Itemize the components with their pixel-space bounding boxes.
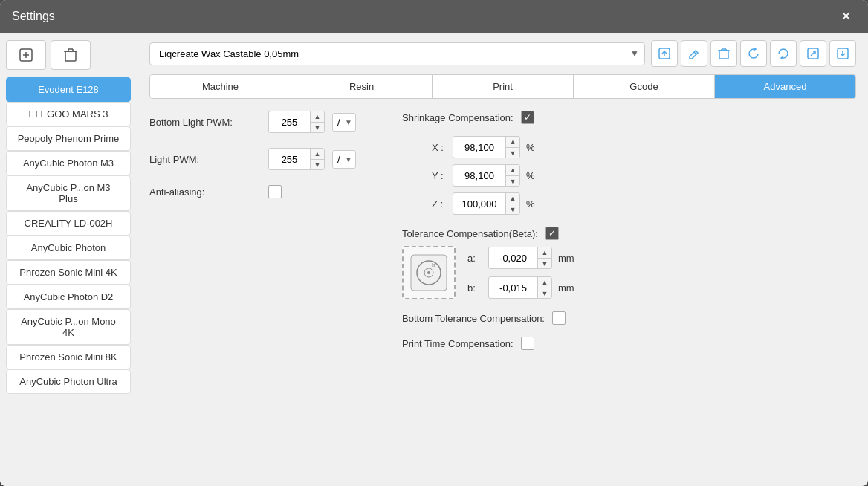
bottom-light-pwm-row: Bottom Light PWM: ▲ ▼ / [149, 111, 372, 133]
shrinkage-x-input[interactable] [453, 139, 505, 156]
tolerance-a-input-wrapper: ▲ ▼ [488, 247, 552, 269]
tolerance-b-row: b: ▲ ▼ mm [467, 276, 574, 299]
tab-advanced[interactable]: Advanced [715, 75, 855, 98]
bottom-light-pwm-label: Bottom Light PWM: [149, 117, 261, 128]
sidebar-item-8[interactable]: AnyCubic Photon D2 [6, 285, 131, 309]
bottom-tolerance-checkbox[interactable] [552, 311, 566, 325]
svg-rect-3 [65, 51, 76, 61]
edit-button[interactable] [681, 40, 707, 67]
light-pwm-up[interactable]: ▲ [311, 149, 324, 159]
shrinkage-y-unit: % [526, 170, 535, 181]
shrinkage-section-header: Shrinkage Compensation: [402, 111, 856, 124]
sidebar-item-5[interactable]: CREALITY LD-002H [6, 211, 131, 236]
refresh-button[interactable] [740, 40, 767, 67]
tolerance-b-label: b: [467, 282, 482, 294]
bottom-light-pwm-input[interactable] [269, 114, 310, 131]
sidebar-items-list: Evodent E128ELEGOO MARS 3Peopoly Phenom … [6, 77, 131, 394]
bottom-light-pwm-spinners: ▲ ▼ [310, 111, 324, 132]
settings-window: Settings ✕ [0, 0, 868, 486]
window-title: Settings [12, 10, 55, 23]
sidebar-item-9[interactable]: AnyCubic P...on Mono 4K [6, 309, 131, 345]
sidebar-item-1[interactable]: ELEGOO MARS 3 [6, 102, 131, 126]
tab-gcode[interactable]: Gcode [574, 75, 715, 98]
sidebar-item-2[interactable]: Peopoly Phenom Prime [6, 126, 131, 151]
shrinkage-x-down[interactable]: ▼ [506, 147, 519, 158]
tolerance-a-up[interactable]: ▲ [538, 247, 551, 258]
shrinkage-z-input[interactable] [453, 195, 505, 213]
settings-area: Bottom Light PWM: ▲ ▼ / [149, 111, 856, 479]
shrinkage-z-spinners: ▲ ▼ [505, 193, 519, 214]
tolerance-b-input-wrapper: ▲ ▼ [488, 276, 552, 299]
bottom-light-pwm-slash-select[interactable]: / [333, 114, 355, 131]
light-pwm-row: Light PWM: ▲ ▼ / ▼ [149, 148, 372, 170]
print-time-checkbox[interactable] [521, 337, 534, 350]
print-time-label: Print Time Compensation: [402, 338, 514, 349]
tab-print[interactable]: Print [433, 75, 574, 98]
tab-machine[interactable]: Machine [150, 75, 291, 98]
shrinkage-z-up[interactable]: ▲ [506, 193, 519, 204]
sidebar-item-6[interactable]: AnyCubic Photon [6, 236, 131, 260]
close-button[interactable]: ✕ [835, 6, 856, 27]
bottom-tolerance-row: Bottom Tolerance Compensation: [402, 311, 856, 325]
shrinkage-y-up[interactable]: ▲ [506, 165, 519, 175]
tolerance-section: Tolerance Compensation(Beta): b [402, 227, 856, 299]
light-pwm-input[interactable] [269, 151, 310, 168]
shrinkage-x-spinners: ▲ ▼ [505, 137, 519, 158]
tolerance-b-up[interactable]: ▲ [538, 277, 551, 288]
tolerance-a-unit: mm [558, 253, 574, 264]
tolerance-a-input[interactable] [489, 250, 537, 267]
light-pwm-slash-select[interactable]: / [333, 151, 355, 168]
anti-aliasing-row: Anti-aliasing: [149, 185, 372, 198]
shrinkage-x-unit: % [526, 142, 535, 153]
delete-button[interactable] [710, 40, 737, 67]
shrinkage-z-down[interactable]: ▼ [506, 204, 519, 214]
bottom-light-pwm-input-wrapper: ▲ ▼ [268, 111, 325, 133]
toolbar-icons [651, 40, 856, 67]
light-pwm-spinners: ▲ ▼ [310, 149, 324, 169]
tolerance-a-label: a: [467, 253, 482, 264]
sidebar-item-0[interactable]: Evodent E128 [6, 77, 131, 102]
tolerance-a-row: a: ▲ ▼ mm [467, 247, 574, 269]
tolerance-label: Tolerance Compensation(Beta): [402, 228, 538, 239]
sidebar: Evodent E128ELEGOO MARS 3Peopoly Phenom … [0, 33, 137, 486]
sidebar-item-3[interactable]: AnyCubic Photon M3 [6, 151, 131, 175]
svg-rect-11 [719, 51, 728, 59]
bottom-light-pwm-up[interactable]: ▲ [311, 111, 324, 122]
tab-resin[interactable]: Resin [291, 75, 433, 98]
sidebar-item-4[interactable]: AnyCubic P...on M3 Plus [6, 175, 131, 211]
tolerance-fields: a: ▲ ▼ mm [467, 247, 574, 299]
sidebar-top-buttons [6, 40, 131, 70]
sidebar-item-7[interactable]: Phrozen Sonic Mini 4K [6, 260, 131, 285]
anti-aliasing-checkbox[interactable] [268, 185, 282, 198]
add-profile-button[interactable] [6, 40, 46, 70]
export-button[interactable] [651, 40, 678, 67]
tolerance-checkbox[interactable] [545, 227, 559, 240]
import-button[interactable] [829, 40, 856, 67]
shrinkage-x-up[interactable]: ▲ [506, 137, 519, 147]
shrinkage-checkbox[interactable] [521, 111, 534, 124]
sidebar-item-10[interactable]: Phrozen Sonic Mini 8K [6, 345, 131, 369]
shrinkage-y-input[interactable] [453, 167, 505, 184]
share-button[interactable] [800, 40, 826, 67]
svg-line-10 [694, 52, 696, 54]
delete-profile-button[interactable] [51, 40, 91, 70]
bottom-light-pwm-down[interactable]: ▼ [311, 122, 324, 132]
shrinkage-rows: X : ▲ ▼ % Y : [417, 136, 856, 215]
profile-select[interactable]: Liqcreate Wax Castable 0,05mm [149, 42, 645, 65]
tolerance-image: b [402, 246, 456, 299]
tolerance-b-down[interactable]: ▼ [538, 288, 551, 298]
tolerance-b-input[interactable] [489, 279, 537, 297]
tabs: Machine Resin Print Gcode Advanced [149, 74, 856, 99]
bottom-tolerance-label: Bottom Tolerance Compensation: [402, 313, 545, 324]
light-pwm-label: Light PWM: [149, 154, 261, 165]
tolerance-b-spinners: ▲ ▼ [537, 277, 551, 298]
anti-aliasing-label: Anti-aliasing: [149, 187, 261, 198]
shrinkage-x-input-wrapper: ▲ ▼ [453, 136, 520, 158]
bottom-light-pwm-slash-wrapper: / ▼ [332, 113, 356, 132]
shrinkage-y-down[interactable]: ▼ [506, 175, 519, 186]
tolerance-a-down[interactable]: ▼ [538, 258, 551, 268]
light-pwm-down[interactable]: ▼ [311, 159, 324, 169]
tolerance-diagram-svg: b [408, 252, 450, 294]
sidebar-item-11[interactable]: AnyCubic Photon Ultra [6, 369, 131, 394]
undo-button[interactable] [770, 40, 797, 67]
